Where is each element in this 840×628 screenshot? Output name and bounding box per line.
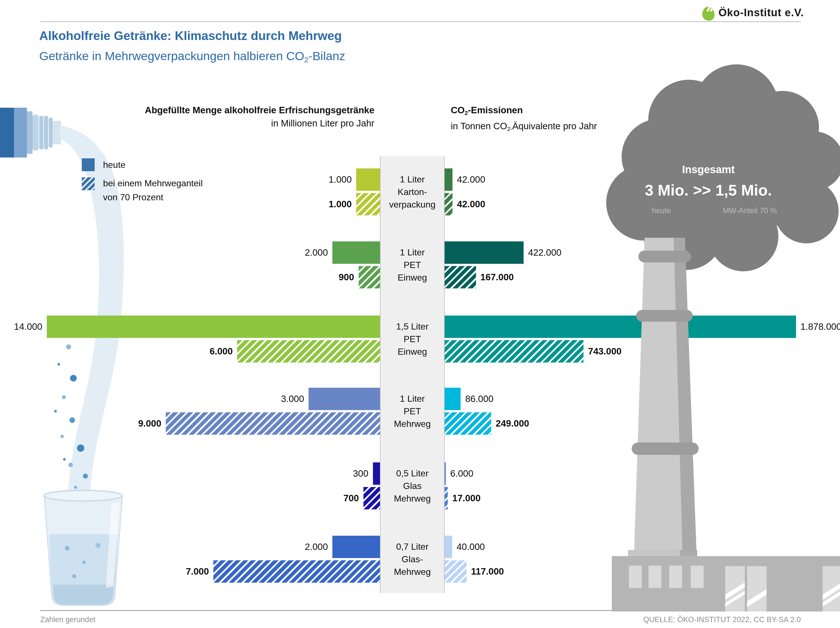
arrow-icon: >> [693, 181, 711, 199]
top-divider [40, 21, 801, 22]
cloud-scenario-label: MW-Anteil 70 % [714, 206, 786, 215]
value-right-scenario: 167.000 [480, 266, 514, 288]
value-right-today: 1.878.000 [801, 316, 840, 338]
value-left-scenario: 7.000 [186, 560, 209, 583]
value-left-today: 3.000 [281, 388, 304, 410]
bar-left-today [332, 241, 380, 264]
value-left-today: 2.000 [305, 241, 328, 264]
bar-right-today [445, 388, 461, 410]
bar-left-scenario [213, 560, 380, 583]
footer-note: Zahlen gerundet [40, 615, 95, 624]
cloud-today-value: 3 Mio. [645, 181, 688, 199]
cloud-scenario-value: 1,5 Mio. [715, 181, 772, 199]
page-title: Alkoholfreie Getränke: Klimaschutz durch… [39, 29, 342, 43]
chart-row-pet-mehrweg: 3.000 9.000 86.000 249.000 1 LiterPETMeh… [0, 388, 840, 437]
bar-right-today [445, 463, 446, 485]
cloud-total-values: 3 Mio.>>1,5 Mio. [613, 181, 804, 199]
category-label: 0,7 LiterGlas-Mehrweg [380, 540, 445, 578]
bar-right-scenario [445, 266, 476, 288]
category-column [380, 156, 445, 593]
value-left-scenario: 6.000 [210, 340, 233, 362]
left-axis-header: Abgefüllte Menge alkoholfreie Erfrischun… [145, 104, 374, 130]
value-left-scenario: 9.000 [138, 412, 161, 435]
chart-row-glas-mehrweg-05l: 300 700 6.000 17.000 0,5 LiterGlasMehrwe… [0, 463, 840, 512]
right-axis-unit: in Tonnen CO2-Äquivalente pro Jahr [451, 120, 597, 135]
value-right-scenario: 42.000 [457, 193, 485, 216]
category-label: 0,5 LiterGlasMehrweg [380, 467, 445, 505]
bar-left-scenario [363, 487, 380, 509]
value-right-today: 6.000 [450, 463, 474, 485]
bar-right-scenario [445, 340, 584, 362]
value-left-scenario: 700 [343, 487, 359, 509]
category-label: 1 LiterPETEinweg [380, 246, 445, 284]
value-right-scenario: 17.000 [452, 487, 480, 509]
bar-right-scenario [445, 560, 466, 583]
bar-right-today [445, 536, 452, 558]
value-right-scenario: 117.000 [471, 560, 504, 583]
bottle [0, 108, 61, 157]
value-right-scenario: 743.000 [588, 340, 621, 362]
value-left-today: 300 [353, 463, 368, 485]
bar-left-scenario [359, 266, 380, 288]
bar-left-today [309, 388, 380, 410]
bar-right-today [445, 168, 453, 191]
value-left-today: 1.000 [328, 168, 352, 191]
category-label: 1 LiterKarton-verpackung [380, 173, 445, 211]
bar-left-scenario [237, 340, 380, 362]
bar-right-today [445, 241, 524, 264]
page-subtitle: Getränke in Mehrwegverpackungen halbiere… [39, 49, 345, 65]
bar-left-today [47, 316, 380, 338]
category-label: 1,5 LiterPETEinweg [380, 320, 445, 358]
oeko-institut-logo: Öko-Institut e.V. [718, 7, 804, 19]
value-left-today: 2.000 [305, 536, 328, 558]
left-axis-unit: in Millionen Liter pro Jahr [145, 116, 374, 130]
category-label: 1 LiterPETMehrweg [380, 392, 445, 430]
chart-row-pet-einweg-1l: 2.000 900 422.000 167.000 1 LiterPETEinw… [0, 241, 840, 291]
value-left-scenario: 1.000 [328, 193, 352, 216]
left-axis-title: Abgefüllte Menge alkoholfreie Erfrischun… [145, 104, 374, 116]
bar-right-today [445, 316, 796, 338]
footer-source: QUELLE: ÖKO-INSTITUT 2022, CC BY-SA 2.0 [643, 615, 801, 624]
value-right-today: 42.000 [457, 168, 485, 191]
value-left-scenario: 900 [338, 266, 354, 288]
value-right-today: 86.000 [465, 388, 493, 410]
bar-left-scenario [166, 412, 380, 435]
value-right-scenario: 249.000 [496, 412, 529, 435]
cloud-today-label: heute [633, 206, 689, 215]
bar-right-scenario [445, 412, 491, 435]
oeko-institut-leaf-icon [702, 7, 715, 21]
right-axis-title: CO2-Emissionen [451, 104, 597, 120]
infographic-canvas: Öko-Institut e.V. Alkoholfreie Getränke:… [0, 0, 840, 628]
chart-row-glas-mehrweg-07l: 2.000 7.000 40.000 117.000 0,7 LiterGlas… [0, 536, 840, 585]
chart-row-pet-einweg-15l: 14.000 6.000 1.878.000 743.000 1,5 Liter… [0, 316, 840, 365]
bar-left-today [373, 463, 380, 485]
cloud-total-title: Insgesamt [630, 164, 787, 176]
value-left-today: 14.000 [14, 316, 42, 338]
bar-right-scenario [445, 487, 448, 509]
value-right-today: 40.000 [457, 536, 485, 558]
bar-left-scenario [356, 193, 380, 216]
bar-left-today [332, 536, 380, 558]
bar-left-today [356, 168, 380, 191]
value-right-today: 422.000 [528, 241, 561, 264]
bar-right-scenario [445, 193, 453, 216]
right-axis-header: CO2-Emissionen in Tonnen CO2-Äquivalente… [451, 104, 597, 135]
bottom-divider [40, 610, 801, 611]
